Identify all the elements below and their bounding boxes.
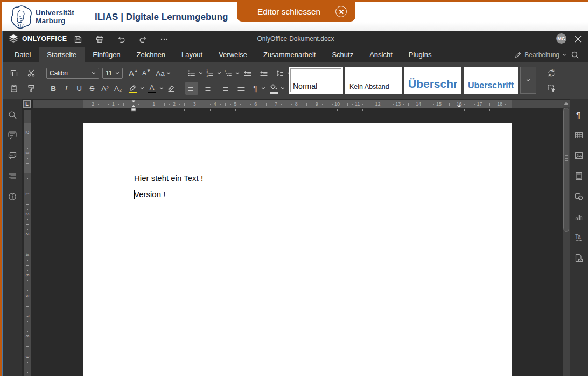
svg-text:3: 3 — [206, 75, 208, 78]
underline-button[interactable]: U — [73, 82, 85, 95]
style-card-berschrift-1[interactable]: Überschrift 1 — [404, 67, 461, 94]
font-size-value: 11 — [106, 69, 112, 77]
tab-zusammenarbeit[interactable]: Zusammenarbeit — [255, 47, 324, 62]
multilevel-list-button[interactable]: 1 — [222, 67, 235, 80]
format-painter-button[interactable] — [25, 82, 38, 95]
search-icon[interactable] — [5, 108, 19, 122]
image-settings-icon[interactable] — [572, 149, 586, 163]
paste-button[interactable] — [8, 82, 20, 95]
bullets-arrow[interactable] — [198, 67, 204, 80]
font-size-select[interactable]: 11 — [102, 68, 123, 79]
redo-button[interactable] — [136, 32, 150, 46]
h-ruler-number: 1 — [112, 101, 115, 107]
font-color-arrow[interactable] — [158, 82, 164, 95]
subscript-button[interactable]: A₂ — [112, 82, 124, 95]
horizontal-ruler[interactable]: L 21123456789101112131415161718 — [22, 100, 563, 112]
numbered-list-button[interactable]: 123 — [204, 67, 216, 80]
close-icon[interactable] — [572, 33, 583, 44]
text-caret — [134, 190, 135, 199]
undo-button[interactable] — [114, 32, 128, 46]
h-ruler-number: 13 — [395, 101, 401, 107]
clear-style-button[interactable] — [165, 82, 178, 95]
style-card-normal[interactable]: Normal — [289, 67, 343, 94]
increase-indent-button[interactable] — [257, 67, 270, 80]
justify-button[interactable] — [235, 82, 248, 95]
user-avatar[interactable]: MG — [556, 33, 566, 44]
home-toolbar: Calibri11A▲A▼AaBIUSA²A₂A1231¶NormalKein … — [3, 62, 588, 99]
multilevel-list-arrow[interactable] — [234, 67, 240, 80]
tab-layout[interactable]: Layout — [173, 47, 211, 62]
tab-plugins[interactable]: Plugins — [401, 47, 440, 62]
shading-button[interactable] — [267, 82, 280, 95]
tab-datei[interactable]: Datei — [6, 47, 39, 62]
replace-button[interactable]: AB — [544, 67, 558, 80]
chat-icon[interactable] — [5, 149, 19, 163]
h-ruler-number: 9 — [316, 101, 318, 107]
change-case-button[interactable]: Aa — [154, 67, 172, 80]
font-color-button[interactable]: A — [145, 82, 158, 95]
about-icon[interactable] — [5, 190, 19, 204]
decrease-font-button[interactable]: A▼ — [140, 67, 153, 80]
tab-startseite[interactable]: Startseite — [39, 47, 85, 62]
shape-settings-icon[interactable] — [572, 190, 586, 204]
font-name-select[interactable]: Calibri — [46, 68, 99, 79]
onlyoffice-logo-icon — [9, 34, 18, 43]
scroll-up-button[interactable] — [563, 100, 570, 107]
tab-zeichnen[interactable]: Zeichnen — [129, 47, 173, 62]
tab-ansicht[interactable]: Ansicht — [361, 47, 401, 62]
paragraph-mark-button[interactable]: ¶ — [250, 82, 261, 95]
align-left-button[interactable] — [185, 82, 198, 95]
style-card-kein-abstand[interactable]: Kein Abstand — [345, 67, 402, 94]
save-button[interactable] — [71, 32, 85, 46]
align-right-button[interactable] — [218, 82, 231, 95]
chart-settings-icon[interactable] — [572, 210, 586, 224]
tab-verweise[interactable]: Verweise — [211, 47, 255, 62]
tab-schutz[interactable]: Schutz — [324, 47, 361, 62]
align-center-button[interactable] — [201, 82, 214, 95]
increase-font-button[interactable]: A▲ — [127, 67, 140, 80]
textart-settings-icon[interactable]: Ta — [572, 231, 586, 245]
university-logo-icon — [10, 5, 33, 30]
close-editor-button[interactable]: Editor schliessen — [237, 2, 355, 22]
print-button[interactable] — [93, 32, 107, 46]
highlight-color-button[interactable] — [126, 82, 139, 95]
highlight-color-arrow[interactable] — [139, 82, 145, 95]
right-indent-marker[interactable] — [457, 100, 462, 108]
paragraph-mark-arrow[interactable] — [260, 82, 266, 95]
table-settings-icon[interactable] — [572, 128, 586, 142]
bold-button[interactable]: B — [47, 82, 59, 95]
copy-button[interactable] — [8, 67, 20, 80]
page-title: ILIAS | Digitale Lernumgebung — [95, 12, 228, 23]
headerfooter-settings-icon[interactable] — [572, 169, 586, 183]
italic-button[interactable]: I — [60, 82, 72, 95]
font-name-value: Calibri — [50, 69, 68, 77]
bullets-button[interactable] — [185, 67, 198, 80]
scrollbar-thumb[interactable] — [563, 108, 569, 232]
cut-button[interactable] — [25, 67, 38, 80]
vertical-ruler[interactable]: 21123456789 — [24, 110, 31, 376]
comments-icon[interactable] — [5, 128, 19, 142]
numbered-list-arrow[interactable] — [216, 67, 222, 80]
v-ruler-number: 9 — [25, 356, 30, 358]
vertical-scrollbar[interactable] — [563, 107, 570, 376]
mailmerge-settings-icon[interactable] — [572, 251, 586, 265]
style-card-berschrift-2[interactable]: Überschrift 2 — [464, 67, 518, 94]
search-icon[interactable] — [571, 48, 584, 61]
select-tool-button[interactable] — [544, 82, 558, 95]
shading-arrow[interactable] — [279, 82, 285, 95]
tab-einf-gen[interactable]: Einfügen — [85, 47, 128, 62]
more-actions-button[interactable] — [157, 32, 171, 46]
strikethrough-button[interactable]: S — [86, 82, 98, 95]
decrease-indent-button[interactable] — [241, 67, 254, 80]
navigation-icon[interactable] — [5, 169, 19, 183]
line-spacing-button[interactable] — [274, 67, 286, 80]
document-page[interactable]: Hier steht ein Text !Version ! — [83, 123, 512, 376]
v-ruler-number: 2 — [25, 131, 30, 134]
left-indent-marker[interactable] — [131, 100, 136, 112]
tabstop-selector[interactable]: L — [23, 100, 31, 108]
style-gallery-more-button[interactable] — [520, 67, 536, 94]
superscript-button[interactable]: A² — [99, 82, 111, 95]
paragraph-settings-icon[interactable]: ¶ — [572, 108, 586, 122]
svg-text:1: 1 — [225, 69, 226, 72]
editing-mode-dropdown[interactable]: Bearbeitung — [514, 47, 566, 62]
